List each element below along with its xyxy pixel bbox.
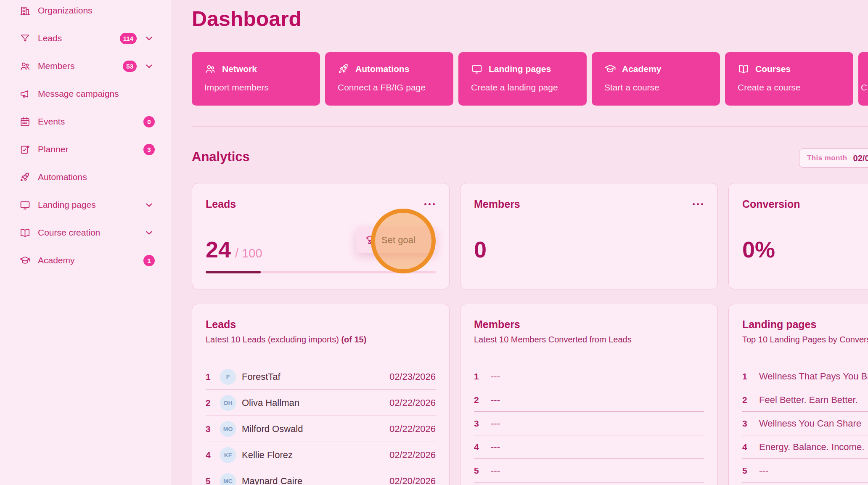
lead-name: ForestTaf <box>242 371 281 382</box>
member-row[interactable]: 4 --- <box>474 435 704 459</box>
sidebar-item-automations[interactable]: Automations <box>0 163 172 191</box>
sidebar-item-label: Members <box>38 61 75 71</box>
sidebar-item-course-creation[interactable]: Course creation <box>0 219 172 246</box>
sidebar-item-label: Planner <box>38 144 68 154</box>
landing-page-name: Energy. Balance. Income. <box>759 442 864 453</box>
planner-count-badge: 3 <box>143 144 155 155</box>
row-number: 5 <box>206 476 217 485</box>
sidebar-item-label: Academy <box>38 255 75 265</box>
quick-action-academy[interactable]: Academy Start a course <box>592 52 720 106</box>
sidebar-item-label: Automations <box>38 172 87 182</box>
landing-page-name: Feel Better. Earn Better. <box>759 395 858 405</box>
chevron-down-icon[interactable] <box>143 61 155 72</box>
lead-date: 02/20/2026 <box>389 476 436 485</box>
graduation-cap-icon <box>604 63 616 75</box>
more-options-button[interactable] <box>423 200 436 209</box>
list-title: Landing pages <box>742 318 868 331</box>
quick-action-landing-pages[interactable]: Landing pages Create a landing page <box>458 52 587 106</box>
sidebar-item-organizations[interactable]: Organizations <box>0 0 172 24</box>
period-selector-button[interactable]: This month 02/0 <box>799 148 868 168</box>
page-title: Dashboard <box>192 7 868 31</box>
sidebar-item-message-campaigns[interactable]: Message campaigns <box>0 80 172 108</box>
sidebar-item-members[interactable]: Members 53 <box>0 52 172 80</box>
list-title: Members <box>474 318 704 331</box>
quick-action-courses[interactable]: Courses Create a course <box>725 52 853 106</box>
avatar: F <box>220 369 236 385</box>
quick-action-subtitle: C <box>861 82 868 93</box>
list-subtitle: Top 10 Landing Pages by Convers <box>742 335 868 345</box>
sidebar-item-events[interactable]: Events 0 <box>0 108 172 135</box>
sidebar-item-label: Landing pages <box>38 200 96 210</box>
row-number: 3 <box>206 424 217 434</box>
main-content: Dashboard Network Import members Automat… <box>172 0 868 485</box>
avatar: KF <box>220 447 236 463</box>
leads-progress-fill <box>206 271 261 273</box>
stat-value: 0 <box>474 238 487 261</box>
leads-count-badge: 114 <box>120 33 137 44</box>
stat-card-conversion: Conversion 0% <box>728 183 868 289</box>
analytics-title: Analytics <box>192 149 868 164</box>
stat-title: Members <box>474 198 520 210</box>
sidebar: Organizations Leads 114 Members 53 <box>0 0 172 485</box>
quick-action-partial[interactable]: C <box>858 52 868 106</box>
sidebar-item-label: Leads <box>38 33 62 43</box>
landing-page-row[interactable]: 2 Feel Better. Earn Better. <box>742 388 868 412</box>
row-number: 4 <box>206 450 217 460</box>
lead-row[interactable]: 1 F ForestTaf 02/23/2026 <box>206 364 436 390</box>
lead-row[interactable]: 5 MC Maynard Caire 02/20/2026 <box>206 468 436 485</box>
quick-action-subtitle: Create a landing page <box>471 82 587 93</box>
avatar: MO <box>220 421 236 437</box>
quick-action-automations[interactable]: Automations Connect a FB/IG page <box>325 52 453 106</box>
lead-date: 02/22/2026 <box>389 450 436 461</box>
lead-date: 02/23/2026 <box>389 371 436 382</box>
landing-page-row[interactable]: 5 --- <box>742 459 868 482</box>
member-row[interactable]: 2 --- <box>474 388 704 412</box>
funnel-icon <box>19 33 31 44</box>
member-placeholder: --- <box>491 418 500 429</box>
building-icon <box>19 5 31 16</box>
row-number: 4 <box>742 442 753 452</box>
stat-title: Leads <box>206 198 236 210</box>
users-icon <box>204 63 216 75</box>
lead-name: Milford Oswald <box>242 424 303 435</box>
row-number: 5 <box>742 466 753 476</box>
rocket-icon <box>19 172 31 183</box>
sidebar-item-leads[interactable]: Leads 114 <box>0 24 172 52</box>
landing-page-row[interactable]: 3 Wellness You Can Share <box>742 412 868 435</box>
members-count-badge: 53 <box>123 61 137 72</box>
chevron-down-icon[interactable] <box>143 227 155 239</box>
landing-page-name: Wellness You Can Share <box>759 418 861 429</box>
lead-name: Maynard Caire <box>242 476 302 485</box>
quick-action-title: Automations <box>355 64 409 74</box>
list-title: Leads <box>206 318 436 331</box>
list-card-leads: Leads Latest 10 Leads (excluding imports… <box>192 304 450 485</box>
analytics-stats-row: Leads 24 / 100 Set goal Members <box>192 183 868 289</box>
stat-goal: / 100 <box>235 246 262 260</box>
row-number: 1 <box>206 372 217 382</box>
megaphone-icon <box>19 88 31 100</box>
lead-row[interactable]: 3 MO Milford Oswald 02/22/2026 <box>206 416 436 442</box>
sidebar-item-planner[interactable]: Planner 3 <box>0 135 172 163</box>
quick-action-subtitle: Start a course <box>604 82 720 93</box>
chevron-down-icon[interactable] <box>143 199 155 211</box>
landing-page-row[interactable]: 4 Energy. Balance. Income. <box>742 435 868 459</box>
sidebar-nav: Organizations Leads 114 Members 53 <box>0 0 172 274</box>
lead-row[interactable]: 2 OH Oliva Hallman 02/22/2026 <box>206 390 436 416</box>
row-number: 2 <box>206 398 217 408</box>
landing-page-row[interactable]: 1 Wellness That Pays You Back <box>742 365 868 388</box>
member-row[interactable]: 5 --- <box>474 459 704 482</box>
sidebar-item-academy[interactable]: Academy 1 <box>0 246 172 274</box>
member-row[interactable]: 3 --- <box>474 412 704 435</box>
quick-action-title: Academy <box>622 64 661 74</box>
sidebar-item-label: Course creation <box>38 228 100 238</box>
member-row[interactable]: 1 --- <box>474 365 704 388</box>
more-options-button[interactable] <box>692 200 704 209</box>
analytics-lists-row: Leads Latest 10 Leads (excluding imports… <box>192 304 868 485</box>
chevron-down-icon[interactable] <box>143 33 155 44</box>
events-count-badge: 0 <box>143 116 155 127</box>
sidebar-item-landing-pages[interactable]: Landing pages <box>0 191 172 219</box>
quick-action-network[interactable]: Network Import members <box>192 52 320 106</box>
lead-row[interactable]: 4 KF Kellie Florez 02/22/2026 <box>206 442 436 468</box>
row-number: 2 <box>474 395 485 405</box>
open-book-icon <box>19 227 31 239</box>
